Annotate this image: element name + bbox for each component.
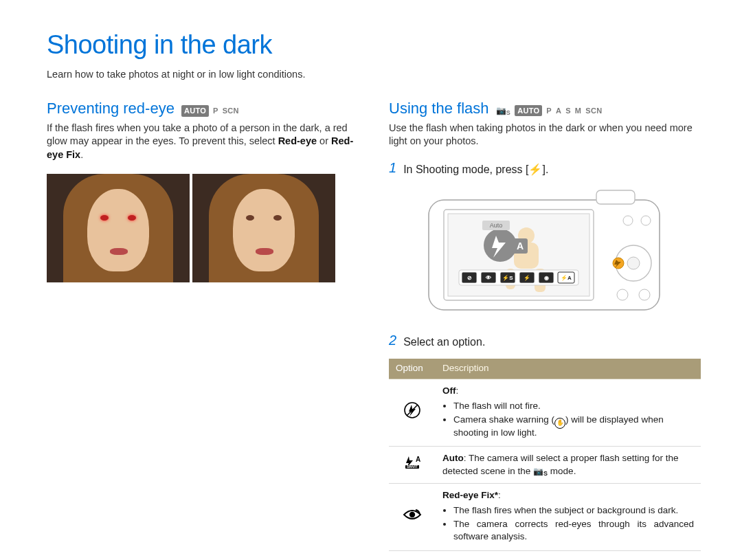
mode-s: S	[565, 106, 571, 116]
svg-text:⚡S: ⚡S	[502, 274, 513, 281]
mode-tags-left: AUTO P SCN	[181, 105, 239, 117]
redeye-mid: or	[317, 135, 331, 146]
heading-preventing-red-eye: Preventing red-eye AUTO P SCN	[47, 98, 359, 119]
step-1-post: ].	[542, 164, 548, 175]
svg-text:◉: ◉	[544, 275, 549, 281]
flash-paragraph: Use the flash when taking photos in the …	[389, 122, 701, 148]
mode-smart-s: S	[506, 109, 510, 116]
mode-p: P	[546, 106, 552, 116]
smart-mode-s: S	[543, 470, 548, 477]
step-1: 1 In Shooting mode, press [⚡].	[389, 161, 701, 177]
svg-point-27	[641, 216, 651, 225]
step-1-text: In Shooting mode, press [⚡].	[403, 161, 548, 177]
step-2-number: 2	[389, 333, 396, 347]
col-option: Option	[389, 359, 436, 379]
svg-text:⊘: ⊘	[467, 275, 472, 281]
mode-a: A	[556, 106, 561, 116]
mode-tags-right: 📷S AUTO P A S M SCN	[496, 105, 603, 117]
mode-auto: AUTO	[515, 105, 542, 117]
smart-auto-flash-icon: ASMART	[389, 447, 436, 483]
svg-text:A: A	[517, 240, 524, 251]
flash-icon: ⚡	[528, 164, 542, 175]
table-row: ASMART Auto: The camera will select a pr…	[389, 447, 701, 483]
svg-text:👁: 👁	[485, 275, 491, 281]
opt-redeye-b1: The flash fires when the subject or back…	[453, 504, 694, 517]
svg-point-26	[623, 216, 633, 225]
svg-point-29	[627, 257, 640, 269]
mode-auto: AUTO	[181, 105, 209, 117]
col-description: Description	[436, 359, 701, 379]
table-row: Red-eye Fix*: The flash fires when the s…	[389, 483, 701, 550]
redeye-post: .	[80, 149, 83, 160]
mode-scn: SCN	[585, 106, 602, 116]
mode-m: M	[575, 106, 581, 116]
mode-scn: SCN	[223, 106, 239, 116]
opt-off-title: Off	[442, 385, 456, 396]
page-title: Shooting in the dark	[47, 27, 701, 63]
opt-auto-post: mode.	[548, 466, 576, 476]
svg-text:⚡A: ⚡A	[561, 274, 572, 281]
svg-point-38	[409, 512, 415, 517]
off-flash-icon	[389, 379, 436, 447]
step-2-text: Select an option.	[403, 333, 485, 350]
red-eye-fix-icon	[389, 483, 436, 550]
heading-text: Preventing red-eye	[47, 98, 175, 119]
opt-off-b1: The flash will not fire.	[453, 400, 694, 412]
opt-auto-title: Auto	[442, 453, 464, 463]
opt-redeye-b2: The camera corrects red-eyes through its…	[453, 518, 694, 543]
step-2: 2 Select an option.	[389, 333, 701, 350]
flash-options-table: Option Description Off: The flash will n…	[389, 359, 701, 550]
screen-label: Auto	[490, 222, 503, 229]
heading-text: Using the flash	[389, 98, 489, 119]
camera-illustration: A Auto ⊘ 👁 ⚡S	[389, 186, 701, 321]
opt-off-b2: Camera shake warning (✋) will be display…	[453, 414, 694, 439]
redeye-bold1: Red-eye	[278, 135, 317, 146]
col-using-flash: Using the flash 📷S AUTO P A S M SCN Use …	[389, 98, 701, 551]
svg-point-32	[639, 289, 650, 300]
heading-using-flash: Using the flash 📷S AUTO P A S M SCN	[389, 98, 701, 119]
svg-text:⚡: ⚡	[524, 274, 530, 281]
svg-text:A: A	[416, 456, 420, 463]
intro-text: Learn how to take photos at night or in …	[47, 68, 701, 82]
opt-redeye-title: Red-eye Fix*	[442, 490, 498, 500]
table-row: Off: The flash will not fire. Camera sha…	[389, 379, 701, 447]
photo-fixed	[192, 174, 335, 282]
svg-line-34	[407, 405, 418, 416]
redeye-paragraph: If the flash fires when you take a photo…	[47, 122, 359, 162]
svg-rect-2	[596, 190, 635, 204]
example-photos	[47, 174, 359, 282]
step-1-pre: In Shooting mode, press [	[403, 164, 528, 175]
svg-text:SMART: SMART	[407, 465, 418, 469]
photo-red-eye	[47, 174, 190, 282]
mode-smart: 📷S	[496, 105, 511, 116]
mode-p: P	[213, 106, 218, 116]
step-1-number: 1	[389, 161, 396, 175]
svg-point-31	[617, 289, 628, 300]
smart-mode-icon: 📷S	[533, 466, 548, 477]
col-preventing-red-eye: Preventing red-eye AUTO P SCN If the fla…	[47, 98, 359, 551]
shake-warning-icon: ✋	[554, 418, 565, 429]
